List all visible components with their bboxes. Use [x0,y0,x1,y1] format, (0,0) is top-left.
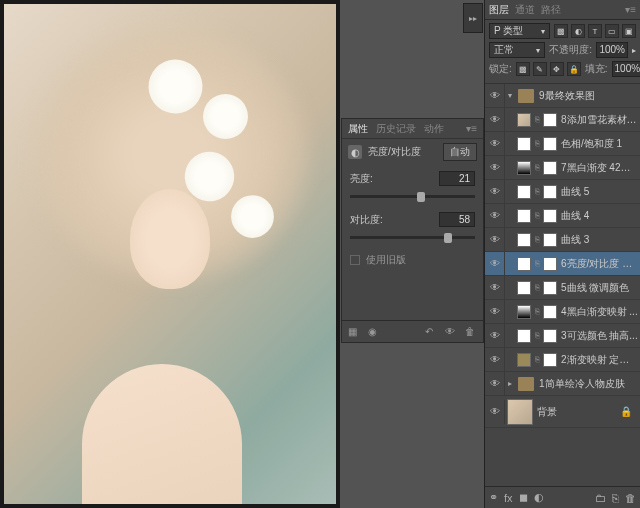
layer-name[interactable]: 5曲线 微调颜色 [559,281,638,295]
layer-name[interactable]: 6亮度/对比度 拉... [559,257,638,271]
contrast-input[interactable]: 58 [439,212,475,227]
layer-name[interactable]: 8添加雪花素材 让... [559,113,638,127]
brightness-slider[interactable] [350,190,475,204]
canvas-area[interactable] [0,0,340,508]
layer-group[interactable]: 👁 ▸ 1简单绘冷人物皮肤 [485,372,640,396]
layer-name[interactable]: 背景 [535,405,620,419]
visibility-toggle[interactable]: 👁 [485,252,505,276]
opacity-flyout-icon[interactable]: ▸ [632,46,636,55]
filter-smart-icon[interactable]: ▣ [622,24,636,38]
blend-mode-dropdown[interactable]: 正常▾ [489,42,545,58]
adjust-thumb[interactable] [517,185,531,199]
layer-fx-icon[interactable]: fx [504,492,513,504]
adjust-thumb[interactable] [517,209,531,223]
lock-position-icon[interactable]: ✥ [550,62,564,76]
mask-thumb[interactable] [543,257,557,271]
toggle-visibility-icon[interactable]: 👁 [445,326,457,338]
panel-menu-icon[interactable]: ▾≡ [466,123,477,134]
layer-group[interactable]: 👁 ▾ 9最终效果图 [485,84,640,108]
visibility-toggle[interactable]: 👁 [485,180,505,204]
layer-row[interactable]: 👁 ⎘ 曲线 3 [485,228,640,252]
layer-name[interactable]: 4黑白渐变映射 ... [559,305,638,319]
layer-row[interactable]: 👁 ⎘ 曲线 4 [485,204,640,228]
clip-icon[interactable]: ▦ [348,326,360,338]
adjust-thumb[interactable] [517,137,531,151]
link-layers-icon[interactable]: ⚭ [489,491,498,504]
background-layer[interactable]: 👁 背景 🔒 [485,396,640,428]
group-collapse-icon[interactable]: ▸ [505,379,515,388]
mask-thumb[interactable] [543,233,557,247]
layer-row[interactable]: 👁 ⎘ 8添加雪花素材 让... [485,108,640,132]
delete-adjustment-icon[interactable]: 🗑 [465,326,477,338]
lock-all-icon[interactable]: 🔒 [567,62,581,76]
visibility-toggle[interactable]: 👁 [485,84,505,108]
layer-row[interactable]: 👁 ⎘ 6亮度/对比度 拉... [485,252,640,276]
layer-thumb[interactable] [517,113,531,127]
visibility-toggle[interactable]: 👁 [485,372,505,396]
opacity-input[interactable]: 100% [596,42,628,58]
mask-thumb[interactable] [543,353,557,367]
filter-pixel-icon[interactable]: ▩ [554,24,568,38]
layer-row[interactable]: 👁 ⎘ 7黑白渐变 42%透... [485,156,640,180]
filter-type-icon[interactable]: T [588,24,602,38]
visibility-toggle[interactable]: 👁 [485,156,505,180]
visibility-toggle[interactable]: 👁 [485,324,505,348]
mask-thumb[interactable] [543,329,557,343]
legacy-checkbox[interactable] [350,255,360,265]
layer-row[interactable]: 👁 ⎘ 4黑白渐变映射 ... [485,300,640,324]
layer-name[interactable]: 2渐变映射 定基调 ... [559,353,638,367]
visibility-toggle[interactable]: 👁 [485,108,505,132]
view-prev-icon[interactable]: ◉ [368,326,380,338]
lock-pixels-icon[interactable]: ✎ [533,62,547,76]
lock-transparency-icon[interactable]: ▩ [516,62,530,76]
visibility-toggle[interactable]: 👁 [485,300,505,324]
layer-thumb[interactable] [507,399,533,425]
contrast-slider[interactable] [350,231,475,245]
mask-thumb[interactable] [543,185,557,199]
filter-adjust-icon[interactable]: ◐ [571,24,585,38]
new-layer-icon[interactable]: ⎘ [612,492,619,504]
layers-list[interactable]: 👁 ▾ 9最终效果图 👁 ⎘ 8添加雪花素材 让... 👁 ⎘ 色相/饱和度 1… [485,84,640,486]
layer-name[interactable]: 曲线 5 [559,185,638,199]
collapse-dock-button[interactable]: ▸▸ [463,3,483,33]
layer-row[interactable]: 👁 ⎘ 2渐变映射 定基调 ... [485,348,640,372]
brightness-input[interactable]: 21 [439,171,475,186]
mask-thumb[interactable] [543,113,557,127]
fill-input[interactable]: 100% [612,61,640,77]
mask-thumb[interactable] [543,137,557,151]
layer-name[interactable]: 9最终效果图 [537,89,640,103]
new-group-icon[interactable]: 🗀 [595,492,606,504]
visibility-toggle[interactable]: 👁 [485,348,505,372]
tab-properties[interactable]: 属性 [348,122,368,136]
mask-thumb[interactable] [543,209,557,223]
adjust-thumb[interactable] [517,305,531,319]
tab-layers[interactable]: 图层 [489,3,509,17]
layer-name[interactable]: 曲线 4 [559,209,638,223]
layer-row[interactable]: 👁 ⎘ 色相/饱和度 1 [485,132,640,156]
tab-history[interactable]: 历史记录 [376,122,416,136]
layer-row[interactable]: 👁 ⎘ 5曲线 微调颜色 [485,276,640,300]
layer-name[interactable]: 7黑白渐变 42%透... [559,161,638,175]
delete-layer-icon[interactable]: 🗑 [625,492,636,504]
new-adjustment-icon[interactable]: ◐ [534,491,544,504]
mask-thumb[interactable] [543,305,557,319]
visibility-toggle[interactable]: 👁 [485,228,505,252]
tab-paths[interactable]: 路径 [541,3,561,17]
visibility-toggle[interactable]: 👁 [485,204,505,228]
layer-filter-dropdown[interactable]: P 类型▾ [489,23,550,39]
mask-thumb[interactable] [543,281,557,295]
visibility-toggle[interactable]: 👁 [485,400,505,424]
visibility-toggle[interactable]: 👁 [485,276,505,300]
layers-panel-menu-icon[interactable]: ▾≡ [625,4,636,15]
layer-row[interactable]: 👁 ⎘ 3可选颜色 抽高... [485,324,640,348]
adjust-thumb[interactable] [517,257,531,271]
adjust-thumb[interactable] [517,353,531,367]
visibility-toggle[interactable]: 👁 [485,132,505,156]
adjust-thumb[interactable] [517,281,531,295]
mask-thumb[interactable] [543,161,557,175]
auto-button[interactable]: 自动 [443,143,477,161]
layer-row[interactable]: 👁 ⎘ 曲线 5 [485,180,640,204]
layer-name[interactable]: 曲线 3 [559,233,638,247]
filter-shape-icon[interactable]: ▭ [605,24,619,38]
layer-name[interactable]: 1简单绘冷人物皮肤 [537,377,640,391]
